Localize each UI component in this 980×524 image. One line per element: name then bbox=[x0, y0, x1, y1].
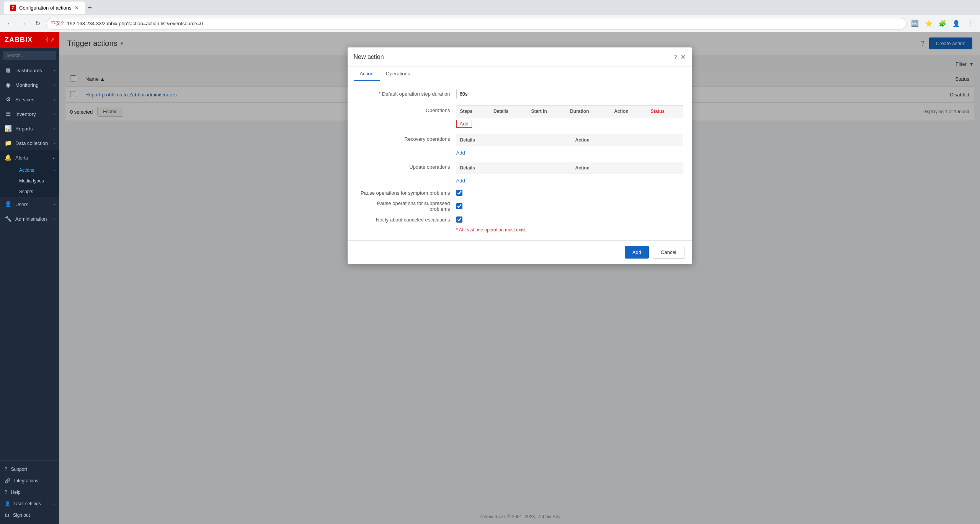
modal-header-actions: ? ✕ bbox=[674, 53, 686, 61]
notify-cancelled-label: Notify about canceled escalations bbox=[357, 217, 456, 223]
address-text: 192.168.234.33/zabbix.php?action=action.… bbox=[67, 21, 203, 26]
step-duration-row: Default operation step duration bbox=[357, 89, 683, 99]
user-settings-label: User settings bbox=[14, 501, 41, 506]
sidebar-item-user-settings[interactable]: 👤 User settings › bbox=[0, 498, 59, 509]
update-ops-label: Update operations bbox=[357, 162, 456, 170]
sidebar-item-dashboards[interactable]: ▦ Dashboards › bbox=[0, 63, 59, 78]
help-label: Help bbox=[11, 490, 21, 495]
tab-action[interactable]: Action bbox=[354, 67, 380, 81]
modal-header: New action ? ✕ bbox=[348, 47, 692, 67]
step-duration-field bbox=[456, 89, 683, 99]
sidebar-item-alerts[interactable]: 🔔 Alerts ∨ bbox=[0, 150, 59, 165]
new-action-modal: New action ? ✕ Action Operations Default… bbox=[348, 47, 692, 264]
integrations-label: Integrations bbox=[14, 478, 38, 483]
tab-close-btn[interactable]: ✕ bbox=[75, 5, 79, 11]
logo-controls[interactable]: 《 ⤢ bbox=[43, 37, 55, 44]
upd-col-details: Details bbox=[456, 162, 572, 174]
app-container: ZABBIX 《 ⤢ ▦ Dashboards › ◉ Monitoring ›… bbox=[0, 32, 980, 524]
sidebar-item-label: Services bbox=[15, 97, 34, 103]
actions-label: Actions bbox=[19, 168, 34, 173]
ops-col-status: Status bbox=[647, 106, 683, 117]
monitoring-icon: ◉ bbox=[5, 81, 11, 88]
address-bar[interactable]: 不安全 192.168.234.33/zabbix.php?action=act… bbox=[46, 18, 906, 29]
bookmark-btn[interactable]: ⭐ bbox=[923, 18, 934, 29]
search-input[interactable] bbox=[3, 51, 56, 60]
browser-tab[interactable]: Z Configuration of actions ✕ bbox=[4, 2, 85, 14]
sidebar-item-label: Data collection bbox=[15, 140, 48, 146]
update-ops-field: Details Action Add bbox=[456, 162, 683, 184]
step-duration-input[interactable] bbox=[456, 89, 502, 99]
sidebar-item-actions[interactable]: Actions › bbox=[0, 165, 59, 176]
rec-col-details: Details bbox=[456, 134, 572, 146]
modal-cancel-button[interactable]: Cancel bbox=[653, 246, 684, 259]
recovery-ops-label: Recovery operations bbox=[357, 134, 456, 142]
modal-title: New action bbox=[354, 54, 384, 60]
sidebar-item-scripts[interactable]: Scripts bbox=[0, 186, 59, 197]
sidebar-item-reports[interactable]: 📊 Reports › bbox=[0, 121, 59, 136]
user-settings-icon: 👤 bbox=[5, 501, 10, 506]
reports-arrow: › bbox=[54, 127, 55, 131]
pause-suppressed-row: Pause operations for suppressed problems bbox=[357, 200, 683, 212]
pause-symptom-row: Pause operations for symptom problems bbox=[357, 190, 683, 196]
update-ops-row: Update operations Details Action bbox=[357, 162, 683, 184]
inventory-icon: ☰ bbox=[5, 111, 11, 117]
sidebar-item-services[interactable]: ⚙ Services › bbox=[0, 92, 59, 107]
help-icon: ? bbox=[5, 490, 7, 495]
pause-suppressed-checkbox[interactable] bbox=[456, 203, 462, 209]
modal-add-button[interactable]: Add bbox=[625, 246, 649, 259]
browser-nav: ← → ↻ 不安全 192.168.234.33/zabbix.php?acti… bbox=[0, 15, 980, 32]
data-collection-arrow: › bbox=[54, 141, 55, 145]
sidebar-item-administration[interactable]: 🔧 Administration › bbox=[0, 212, 59, 226]
actions-sub-arrow: › bbox=[54, 168, 55, 172]
new-tab-btn[interactable]: + bbox=[88, 4, 92, 12]
scripts-label: Scripts bbox=[19, 189, 33, 194]
forward-btn[interactable]: → bbox=[18, 18, 29, 29]
dashboards-icon: ▦ bbox=[5, 67, 11, 74]
sidebar-logo: ZABBIX 《 ⤢ bbox=[0, 32, 59, 48]
sidebar-item-monitoring[interactable]: ◉ Monitoring › bbox=[0, 78, 59, 92]
modal-help-icon[interactable]: ? bbox=[674, 54, 677, 60]
dashboards-arrow: › bbox=[54, 68, 55, 73]
ops-col-startin: Start in bbox=[527, 106, 566, 117]
refresh-btn[interactable]: ↻ bbox=[32, 18, 43, 29]
services-icon: ⚙ bbox=[5, 96, 11, 103]
sidebar-item-label: Reports bbox=[15, 126, 33, 132]
sidebar: ZABBIX 《 ⤢ ▦ Dashboards › ◉ Monitoring ›… bbox=[0, 32, 59, 524]
notify-cancelled-checkbox[interactable] bbox=[456, 216, 462, 223]
sidebar-item-support[interactable]: ? Support bbox=[0, 464, 59, 475]
data-collection-icon: 📁 bbox=[5, 140, 11, 146]
add-recovery-link[interactable]: Add bbox=[456, 150, 465, 156]
profile-btn[interactable]: 👤 bbox=[951, 18, 962, 29]
extensions-btn[interactable]: 🧩 bbox=[937, 18, 948, 29]
modal-close-button[interactable]: ✕ bbox=[680, 53, 686, 61]
add-update-link[interactable]: Add bbox=[456, 178, 465, 184]
sidebar-item-help[interactable]: ? Help bbox=[0, 487, 59, 498]
sidebar-collapse-icon[interactable]: 《 bbox=[43, 37, 49, 44]
menu-btn[interactable]: ⋮ bbox=[965, 18, 975, 29]
sidebar-search-wrap bbox=[0, 48, 59, 63]
sidebar-item-media-types[interactable]: Media types bbox=[0, 176, 59, 186]
sidebar-item-sign-out[interactable]: ⏻ Sign out bbox=[0, 509, 59, 521]
form-note: * At least one operation must exist. bbox=[357, 227, 683, 233]
recovery-ops-row: Recovery operations Details Action bbox=[357, 134, 683, 156]
inventory-arrow: › bbox=[54, 112, 55, 116]
back-btn[interactable]: ← bbox=[5, 18, 15, 29]
ops-col-duration: Duration bbox=[566, 106, 610, 117]
pause-suppressed-label: Pause operations for suppressed problems bbox=[357, 200, 456, 212]
sidebar-item-integrations[interactable]: 🔗 Integrations bbox=[0, 475, 59, 487]
sidebar-item-label: Users bbox=[15, 202, 28, 207]
step-duration-label: Default operation step duration bbox=[357, 89, 456, 97]
support-label: Support bbox=[11, 467, 27, 472]
modal-overlay: New action ? ✕ Action Operations Default… bbox=[59, 32, 980, 524]
sidebar-item-inventory[interactable]: ☰ Inventory › bbox=[0, 107, 59, 121]
translate-btn[interactable]: 🔤 bbox=[910, 18, 920, 29]
pause-symptom-checkbox[interactable] bbox=[456, 190, 462, 196]
sidebar-item-users[interactable]: 👤 Users › bbox=[0, 197, 59, 212]
tab-operations[interactable]: Operations bbox=[380, 67, 416, 81]
alerts-arrow: ∨ bbox=[52, 156, 55, 160]
add-operation-link[interactable]: Add bbox=[456, 120, 472, 128]
sidebar-expand-icon[interactable]: ⤢ bbox=[50, 37, 55, 44]
notify-cancelled-row: Notify about canceled escalations bbox=[357, 216, 683, 223]
sidebar-item-data-collection[interactable]: 📁 Data collection › bbox=[0, 136, 59, 150]
operations-label: Operations bbox=[357, 105, 456, 113]
